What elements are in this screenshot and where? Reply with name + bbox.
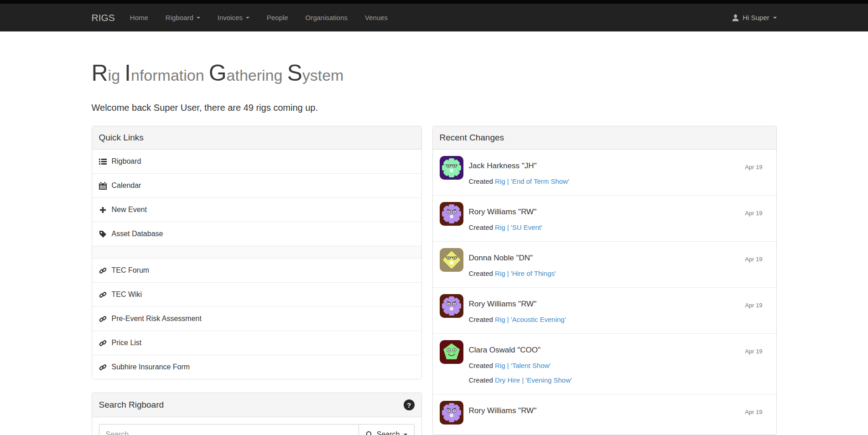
user-avatar [440,202,463,226]
nav-item-label: Organisations [305,14,348,21]
search-button-label: Search [377,430,400,435]
entry-action-prefix: Created [469,362,493,369]
quick-links-list: RigboardCalendarNew EventAsset DatabaseT… [92,150,421,379]
entry-user-name: Jack Harkness "JH" [469,161,569,171]
entry-action-link[interactable]: Rig | 'SU Event' [495,223,542,231]
link-icon [99,339,107,347]
quick-link-calendar[interactable]: Calendar [92,173,421,197]
brand-logo[interactable]: RIGS [92,12,115,23]
quick-links-title: Quick Links [99,133,144,143]
nav-item-venues[interactable]: Venues [356,4,396,31]
user-avatar [440,401,463,425]
title-word: Gathering [209,67,283,84]
welcome-message: Welcome back Super User, there are 49 ri… [92,102,777,114]
title-word: System [287,67,343,84]
entry-action: Created Rig | 'SU Event' [469,223,542,231]
user-avatar [440,156,463,180]
nav-item-invoices[interactable]: Invoices [209,4,258,31]
recent-change-entry: Rory Williams "RW"Created Rig | 'SU Even… [433,195,776,241]
chevron-down-icon [773,17,777,19]
recent-changes-title: Recent Changes [440,133,504,143]
list-icon [99,158,107,166]
search-input[interactable] [99,424,359,435]
recent-change-entry: Jack Harkness "JH"Created Rig | 'End of … [433,150,776,195]
chevron-down-icon [246,17,249,19]
quick-link-label: Calendar [112,181,141,190]
nav-item-label: Invoices [218,14,243,21]
entry-action-prefix: Created [469,223,493,231]
navbar: RIGS HomeRigboardInvoicesPeopleOrganisat… [0,4,868,31]
quick-link-label: Subhire Insurance Form [112,362,190,372]
user-avatar [440,340,463,364]
nav-item-label: Venues [365,14,388,21]
nav-item-label: Rigboard [166,14,193,21]
quick-link-rigboard[interactable]: Rigboard [92,150,421,173]
recent-changes-list: Jack Harkness "JH"Created Rig | 'End of … [433,150,776,435]
calendar-icon [99,182,107,190]
nav-item-rigboard[interactable]: Rigboard [157,4,209,31]
entry-action-link[interactable]: Dry Hire | 'Evening Show' [495,376,572,384]
nav-item-label: Home [130,14,148,21]
recent-changes-panel: Recent Changes Jack Harkness "JH"Created… [432,126,777,435]
entry-action-link[interactable]: Rig | 'Acoustic Evening' [495,316,566,323]
entry-action: Created Rig | 'Talent Show' [469,362,572,369]
nav-item-people[interactable]: People [258,4,297,31]
link-icon [99,363,107,371]
nav-item-organisations[interactable]: Organisations [296,4,356,31]
entry-action-prefix: Created [469,376,493,384]
search-icon [366,431,373,435]
quick-link-label: New Event [112,205,147,214]
plus-icon [99,206,107,214]
quick-link-label: TEC Wiki [112,290,142,299]
entry-action-link[interactable]: Rig | 'End of Term Show' [495,177,569,185]
entry-action: Created Dry Hire | 'Evening Show' [469,376,572,384]
entry-date: Apr 19 [745,210,762,217]
nav-item-home[interactable]: Home [121,4,157,31]
entry-action-prefix: Created [469,316,493,323]
tag-icon [99,230,107,238]
quick-link-pre-event-risk-assessment[interactable]: Pre-Event Risk Assessment [92,306,421,331]
entry-user-name: Donna Noble "DN" [469,254,556,263]
quick-link-new-event[interactable]: New Event [92,197,421,222]
recent-change-entry: Donna Noble "DN"Created Rig | 'Hire of T… [433,241,776,287]
navbar-menu: HomeRigboardInvoicesPeopleOrganisationsV… [121,4,396,31]
entry-date: Apr 19 [745,256,762,263]
quick-links-panel: Quick Links RigboardCalendarNew EventAss… [92,126,422,379]
entry-date: Apr 19 [745,164,762,171]
quick-link-price-list[interactable]: Price List [92,331,421,355]
search-button[interactable]: Search [359,424,415,435]
quick-link-tec-forum[interactable]: TEC Forum [92,258,421,282]
quick-link-tec-wiki[interactable]: TEC Wiki [92,282,421,306]
search-rigboard-panel: Search Rigboard ? Search [92,393,422,435]
quick-link-label: Price List [112,338,142,347]
entry-date: Apr 19 [745,409,762,415]
question-circle-icon[interactable]: ? [404,399,415,410]
user-menu[interactable]: Hi Super [732,14,776,21]
link-icon [99,267,107,274]
user-menu-label: Hi Super [743,14,769,21]
entry-action-link[interactable]: Rig | 'Hire of Things' [495,269,556,277]
entry-date: Apr 19 [745,348,762,355]
recent-change-entry: Rory Williams "RW"Created Rig | 'Acousti… [433,287,776,333]
entry-user-name: Rory Williams "RW" [469,207,542,217]
quick-link-label: Rigboard [112,157,141,166]
recent-change-entry: Rory Williams "RW"Apr 19 [433,394,776,435]
link-icon [99,291,107,299]
entry-action: Created Rig | 'Acoustic Evening' [469,316,566,323]
entry-action: Created Rig | 'Hire of Things' [469,269,556,277]
window-top-strip [0,0,868,4]
quick-link-label: Pre-Event Risk Assessment [112,314,202,323]
page-title: RigInformationGatheringSystem [92,59,777,90]
entry-action-link[interactable]: Rig | 'Talent Show' [495,362,551,369]
entry-action-prefix: Created [469,269,493,277]
user-avatar [440,248,463,272]
quick-link-label: Asset Database [112,229,163,238]
chevron-down-icon [197,17,200,19]
entry-date: Apr 19 [745,302,762,309]
quick-link-label: TEC Forum [112,266,150,275]
link-icon [99,315,107,323]
recent-change-entry: Clara Oswald "COO"Created Rig | 'Talent … [433,333,776,394]
quick-link-subhire-insurance-form[interactable]: Subhire Insurance Form [92,355,421,379]
quick-link-asset-database[interactable]: Asset Database [92,222,421,246]
quick-links-separator [92,246,421,258]
